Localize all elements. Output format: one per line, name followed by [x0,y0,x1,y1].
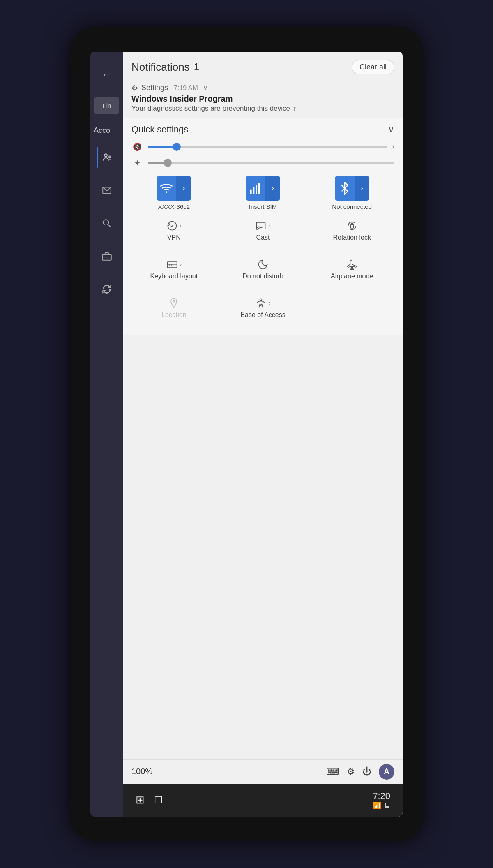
wifi-icon [160,182,173,195]
cellular-tile-wrapper: › Insert SIM [221,176,306,210]
moon-icon [257,259,269,270]
settings-gear-icon: ⚙ [131,83,138,93]
bluetooth-arrow-button[interactable]: › [355,176,369,201]
wifi-tile-wrapper: › XXXX-36c2 [131,176,217,210]
wifi-status-icon: 📶 [373,801,381,809]
quick-settings-collapse-button[interactable]: ∨ [388,124,394,135]
ease-of-access-tile[interactable]: › Ease of Access [221,292,306,324]
taskbar-right: 7:20 📶 🖥 [373,791,390,809]
location-tile[interactable]: Location [131,292,217,324]
windows-button[interactable]: ⊞ [136,794,145,806]
rotation-lock-tile[interactable]: Rotation lock [309,214,394,247]
battery-percentage: 100% [131,767,152,776]
svg-point-20 [173,300,175,302]
svg-rect-13 [258,183,260,194]
keyboard-layout-tile-label: Keyboard layout [150,273,198,280]
wifi-arrow-button[interactable]: › [176,176,191,201]
cast-arrow: › [268,222,270,229]
svg-rect-16 [350,224,353,228]
taskbar-time: 7:20 [373,791,390,801]
svg-rect-11 [253,187,254,194]
clear-all-button[interactable]: Clear all [352,60,394,74]
cellular-tile-group: › [246,176,280,201]
svg-rect-10 [250,189,252,194]
connectivity-tiles-row: › XXXX-36c2 [131,176,394,210]
volume-slider-row: 🔇 › [123,139,403,155]
airplane-mode-tile[interactable]: Airplane mode [309,253,394,286]
vpn-tile-label: VPN [167,234,181,241]
rotation-lock-icon [346,220,358,231]
do-not-disturb-tile-label: Do not disturb [242,273,283,280]
cast-tile-label: Cast [256,234,270,241]
rotation-lock-icon-container [346,220,358,231]
cast-icon [255,220,267,231]
settings-icon[interactable]: ⚙ [347,766,355,777]
svg-text:Aあ: Aあ [169,263,174,266]
user-avatar[interactable]: A [379,764,394,780]
airplane-mode-tile-label: Airplane mode [331,273,373,280]
sidebar-item-briefcase[interactable] [97,246,117,266]
sidebar: ← Fin Acco [90,52,123,817]
volume-slider-thumb[interactable] [173,143,181,151]
signal-icon [249,182,262,195]
taskbar-status: 📶 🖥 [373,801,390,809]
wifi-tile-label: XXXX-36c2 [158,203,190,210]
notifications-badge: 1 [194,61,199,73]
sidebar-item-mail[interactable] [97,180,117,201]
vpn-icon [166,220,178,231]
vpn-icon-container: › [166,220,182,231]
keyboard-icon[interactable]: ⌨ [326,766,339,777]
back-button[interactable]: ← [101,68,112,81]
cast-tile[interactable]: › Cast [221,214,306,247]
keyboard-layout-icon: Aあ [166,259,178,270]
notification-item[interactable]: ⚙ Settings 7:19 AM ∨ Windows Insider Pro… [123,79,403,118]
notification-source-row: ⚙ Settings 7:19 AM ∨ [131,83,394,93]
cast-icon-container: › [255,220,270,231]
notification-chevron: ∨ [203,84,208,92]
airplane-mode-icon-container [346,259,358,270]
notification-time: 7:19 AM [174,84,198,92]
brightness-slider-thumb[interactable] [164,159,172,167]
bluetooth-tile-wrapper: › Not connected [309,176,394,210]
cellular-arrow-button[interactable]: › [265,176,280,201]
briefcase-icon [101,251,112,262]
tablet-status-icon: 🖥 [384,802,390,809]
bluetooth-tile[interactable] [335,176,355,201]
power-icon[interactable]: ⏻ [362,766,371,777]
brightness-icon: ✦ [131,158,143,168]
sidebar-item-search[interactable] [97,213,117,234]
svg-point-5 [103,220,108,225]
svg-point-0 [104,154,107,157]
bottom-icons-row: ⌨ ⚙ ⏻ A [326,764,394,780]
main-panel: Notifications 1 Clear all ⚙ Settings 7:1… [123,52,403,817]
phone-screen: ← Fin Acco [90,52,403,817]
connectivity-tiles-section: › XXXX-36c2 [123,171,403,335]
spacer [123,335,403,759]
notification-body: Your diagnostics settings are preventing… [131,104,394,113]
notifications-title: Notifications [131,61,190,74]
volume-expand-arrow[interactable]: › [392,142,394,151]
notification-title: Windows Insider Program [131,94,394,104]
wifi-tile[interactable] [157,176,176,201]
location-icon-container [168,297,180,309]
vpn-tile[interactable]: › VPN [131,214,217,247]
sidebar-item-person-list[interactable] [97,147,117,168]
brightness-slider-track[interactable] [148,162,394,164]
mail-icon [101,185,112,196]
phone-frame: ← Fin Acco [70,27,423,841]
search-icon [101,218,112,229]
action-tiles-row-1: › VPN › [131,214,394,247]
taskbar: ⊞ ❐ 7:20 📶 🖥 [123,784,403,817]
person-list-icon [102,152,113,163]
account-stub: Acco [90,126,110,135]
multitask-button[interactable]: ❐ [154,795,163,806]
volume-slider-track[interactable] [148,146,387,148]
keyboard-layout-tile[interactable]: Aあ › Keyboard layout [131,253,217,286]
action-tiles-row-3: Location › Ease of Access [131,292,394,324]
sidebar-item-sync[interactable] [97,279,117,299]
ease-of-access-icon [255,297,267,309]
cellular-tile[interactable] [246,176,265,201]
bluetooth-icon [338,182,351,195]
do-not-disturb-tile[interactable]: Do not disturb [221,253,306,286]
find-button[interactable]: Fin [94,97,119,114]
